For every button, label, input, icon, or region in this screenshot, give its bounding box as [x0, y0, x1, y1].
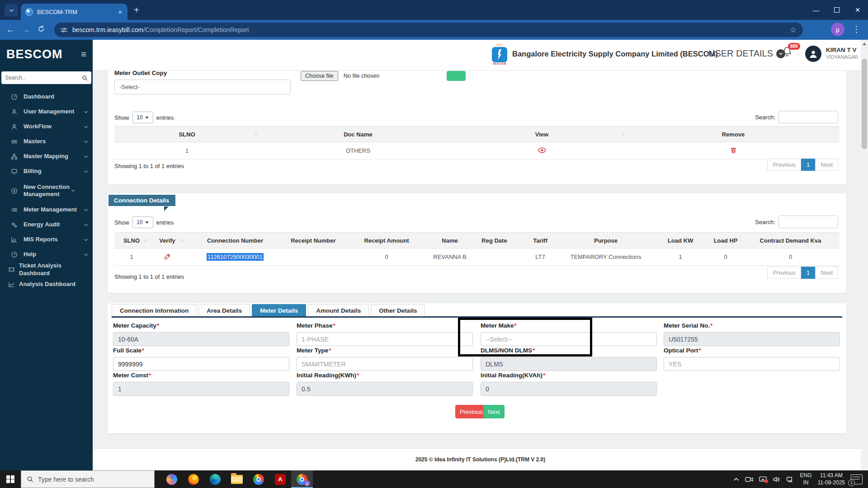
dlms-non-dlms-input[interactable] [481, 357, 657, 371]
previous-page-button[interactable]: Previous [767, 159, 801, 171]
taskbar-chrome-button[interactable] [248, 470, 269, 488]
taskbar-search[interactable]: Type here to search [21, 470, 155, 488]
meter-capacity-input[interactable] [113, 332, 289, 346]
sort-icon[interactable]: ↑↓ [254, 132, 257, 137]
col-slno[interactable]: SLNO↑↓ [114, 233, 149, 249]
sort-icon[interactable]: ↑↓ [180, 238, 183, 243]
eye-icon[interactable] [538, 147, 546, 153]
tab-connection-information[interactable]: Connection Information [112, 304, 197, 316]
taskbar-firefox-button[interactable] [183, 470, 204, 488]
site-settings-icon[interactable] [61, 27, 67, 33]
connection-table-search-input[interactable] [778, 216, 838, 228]
docs-table-search-input[interactable] [778, 111, 838, 123]
url-bar[interactable]: bescom.trm.ieasybill.com/CompletionRepor… [54, 23, 803, 37]
col-purpose[interactable]: Purpose [561, 233, 651, 249]
tab-other-details[interactable]: Other Details [371, 304, 425, 316]
meter-phase-input[interactable] [297, 332, 473, 346]
tab-search-chevron-icon[interactable] [5, 4, 18, 17]
initial-reading-kvah-input[interactable] [481, 382, 657, 396]
sidebar-item-dashboard[interactable]: Dashboard [0, 89, 93, 104]
notifications-button[interactable]: 899 [782, 46, 797, 60]
forward-button[interactable]: → [18, 25, 33, 35]
edit-icon[interactable] [164, 253, 171, 260]
previous-button[interactable]: Previous [455, 405, 487, 418]
next-button[interactable]: Next [483, 405, 505, 418]
sidebar-toggle-icon[interactable]: ≡ [81, 49, 86, 60]
window-minimize-button[interactable]: — [806, 0, 826, 20]
col-slno[interactable]: SLNO↑↓ [114, 127, 259, 142]
sidebar-item-workflow[interactable]: WorkFlow [0, 119, 93, 134]
sidebar-item-help[interactable]: Help [0, 247, 93, 262]
window-maximize-button[interactable] [826, 0, 847, 20]
col-tariff[interactable]: Tariff [520, 233, 561, 249]
col-receipt-number[interactable]: Receipt Number [284, 233, 342, 249]
bookmark-star-icon[interactable]: ☆ [790, 25, 797, 35]
back-button[interactable]: ← [3, 25, 18, 35]
reload-button[interactable] [33, 25, 49, 35]
taskbar-chrome-profile-button[interactable]: p [291, 470, 313, 488]
col-view[interactable]: View↑↓ [457, 127, 627, 142]
optical-port-input[interactable] [664, 357, 840, 371]
sidebar-search[interactable] [1, 71, 91, 84]
speaker-icon[interactable] [773, 476, 780, 483]
col-load-hp[interactable]: Load HP [710, 233, 741, 249]
current-page-button[interactable]: 1 [801, 159, 815, 171]
sidebar-item-new-connection-management[interactable]: New Connection Management [0, 179, 93, 202]
screen-share-icon[interactable] [759, 476, 767, 483]
page-size-select[interactable]: 10 [132, 112, 153, 123]
initial-reading-kwh-input[interactable] [297, 382, 473, 396]
current-page-button[interactable]: 1 [801, 267, 815, 279]
action-center-button[interactable]: 1 [851, 474, 863, 484]
browser-profile-avatar[interactable]: p [831, 23, 844, 36]
sort-icon[interactable]: ↑↓ [143, 238, 146, 243]
sort-icon[interactable]: ↑↓ [622, 132, 624, 137]
meter-outlet-copy-select[interactable]: -Select- [114, 80, 291, 94]
avatar[interactable] [805, 46, 821, 62]
language-indicator[interactable]: ENGIN [800, 472, 811, 486]
col-remove[interactable]: Remove [627, 127, 840, 142]
sidebar-item-energy-audit[interactable]: Energy Audit [0, 217, 93, 232]
taskbar-edge-button[interactable] [204, 470, 226, 488]
col-verify[interactable]: Verify↑↓ [149, 233, 186, 249]
col-reg-date[interactable]: Reg Date [469, 233, 520, 249]
start-button[interactable] [0, 470, 21, 488]
full-scale-input[interactable] [113, 357, 289, 371]
network-icon[interactable] [786, 476, 794, 483]
taskbar-copilot-button[interactable] [161, 470, 183, 488]
col-name[interactable]: Name [431, 233, 469, 249]
sidebar-item-analysis-dashboard[interactable]: Analysis Dashboard [0, 277, 93, 292]
col-receipt-amount[interactable]: Receipt Amount [342, 233, 431, 249]
sidebar-item-ticket-analysis-dashboard[interactable]: Ticket Analysis Dashboard [0, 262, 93, 277]
tab-close-icon[interactable]: × [117, 8, 123, 16]
trash-icon[interactable] [731, 147, 736, 154]
sidebar-item-mis-reports[interactable]: MIS Reports [0, 232, 93, 247]
new-tab-button[interactable]: + [134, 5, 139, 14]
sidebar-item-master-mapping[interactable]: Master Mapping [0, 149, 93, 164]
meter-serial-no-input[interactable] [664, 332, 840, 346]
browser-tab[interactable]: BESCOM-TRM × [21, 4, 127, 20]
previous-page-button[interactable]: Previous [767, 267, 801, 279]
taskbar-file-explorer-button[interactable] [226, 470, 248, 488]
page-size-select[interactable]: 10 [132, 216, 153, 228]
window-close-button[interactable]: × [847, 0, 868, 20]
col-load-kw[interactable]: Load KW [651, 233, 710, 249]
col-doc-name[interactable]: Doc Name [259, 127, 457, 142]
choose-file-button[interactable]: Choose file [301, 71, 338, 81]
meter-const-input[interactable] [113, 382, 289, 396]
upload-button[interactable] [447, 71, 466, 81]
next-page-button[interactable]: Next [815, 159, 838, 171]
user-details-menu[interactable]: USER DETAILS [708, 48, 785, 59]
meter-make-select[interactable] [481, 332, 657, 346]
sidebar-item-billing[interactable]: Billing [0, 164, 93, 179]
meet-now-icon[interactable] [745, 476, 753, 483]
next-page-button[interactable]: Next [815, 267, 838, 279]
tab-amount-details[interactable]: Amount Details [308, 304, 369, 316]
col-connection-number[interactable]: Connection Number [186, 233, 284, 249]
meter-type-input[interactable] [297, 357, 473, 371]
sidebar-item-user-management[interactable]: User Management [0, 104, 93, 119]
taskbar-acrobat-button[interactable]: A [269, 470, 291, 488]
tab-area-details[interactable]: Area Details [198, 304, 250, 316]
tray-chevron-up-icon[interactable] [733, 476, 739, 482]
browser-menu-icon[interactable]: ⋮ [852, 23, 861, 36]
sidebar-search-input[interactable] [5, 75, 82, 81]
